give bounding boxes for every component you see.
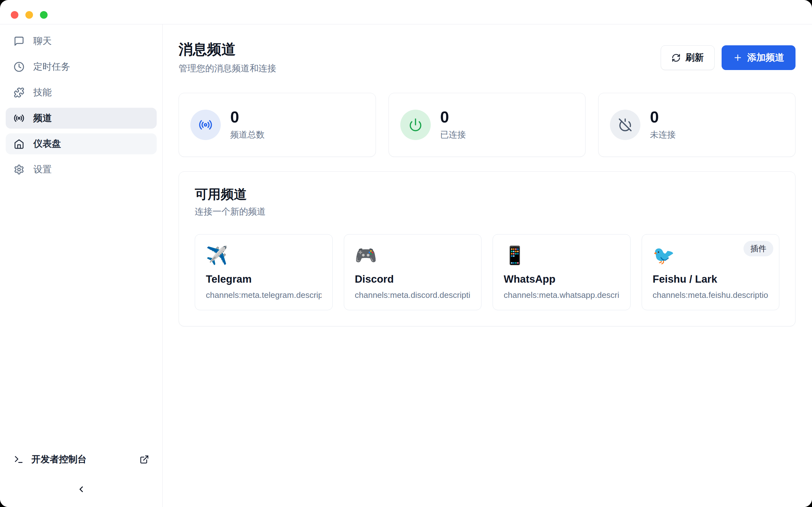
app-window: 聊天 定时任务 技能 频道: [0, 0, 812, 507]
channel-card-telegram[interactable]: ✈️ Telegram channels:meta.telegram.descr…: [195, 234, 333, 310]
channel-description: channels:meta.telegram.descript: [206, 290, 322, 300]
channel-card-feishu[interactable]: 插件 🐦 Feishu / Lark channels:meta.feishu.…: [642, 234, 780, 310]
sidebar-item-label: 设置: [33, 163, 52, 176]
channel-grid: ✈️ Telegram channels:meta.telegram.descr…: [195, 234, 779, 310]
sidebar-item-label: 技能: [33, 86, 52, 99]
power-off-icon: [610, 110, 641, 140]
chat-icon: [14, 36, 24, 47]
channel-description: channels:meta.discord.descriptic: [355, 290, 471, 300]
terminal-icon: [14, 454, 24, 464]
close-window-button[interactable]: [11, 11, 18, 19]
section-subtitle: 连接一个新的频道: [195, 206, 779, 218]
stat-label: 频道总数: [230, 129, 264, 140]
stat-card-total-channels: 0 频道总数: [179, 93, 376, 157]
section-title: 可用频道: [195, 187, 779, 202]
traffic-lights: [11, 11, 48, 19]
sidebar-item-label: 定时任务: [33, 60, 70, 73]
available-channels-section: 可用频道 连接一个新的频道 ✈️ Telegram channels:meta.…: [179, 171, 796, 326]
minimize-window-button[interactable]: [26, 11, 33, 19]
channel-name: Feishu / Lark: [653, 273, 768, 285]
sidebar-item-settings[interactable]: 设置: [6, 159, 157, 180]
discord-emoji-icon: 🎮: [355, 245, 471, 266]
whatsapp-emoji-icon: 📱: [504, 245, 619, 266]
refresh-button-label: 刷新: [686, 51, 704, 64]
sidebar-item-scheduled-tasks[interactable]: 定时任务: [6, 56, 157, 77]
channel-name: WhatsApp: [504, 273, 619, 285]
stat-card-disconnected: 0 未连接: [598, 93, 796, 157]
sidebar-item-chat[interactable]: 聊天: [6, 31, 157, 52]
add-channel-button-label: 添加频道: [747, 51, 784, 64]
stat-label: 未连接: [650, 129, 676, 140]
sidebar-item-dashboard[interactable]: 仪表盘: [6, 133, 157, 154]
stat-value: 0: [440, 109, 466, 125]
channel-name: Telegram: [206, 273, 322, 285]
main-content: 消息频道 管理您的消息频道和连接 刷新 添加频道: [163, 24, 812, 507]
channel-name: Discord: [355, 273, 471, 285]
sidebar-item-channels[interactable]: 频道: [6, 108, 157, 129]
zoom-window-button[interactable]: [40, 11, 48, 19]
stat-label: 已连接: [440, 129, 466, 140]
sidebar-item-label: 频道: [33, 112, 52, 124]
stats-row: 0 频道总数 0 已连接: [179, 93, 796, 157]
page-header: 消息频道 管理您的消息频道和连接 刷新 添加频道: [179, 42, 796, 74]
add-channel-button[interactable]: 添加频道: [722, 45, 796, 70]
puzzle-icon: [14, 87, 24, 98]
titlebar: [0, 0, 812, 24]
plus-icon: [733, 53, 743, 62]
header-actions: 刷新 添加频道: [661, 45, 796, 70]
sidebar-item-label: 聊天: [33, 35, 52, 48]
sidebar-collapse-button[interactable]: [72, 481, 90, 498]
chevron-left-icon: [77, 485, 86, 494]
power-icon: [400, 110, 431, 140]
channel-description: channels:meta.whatsapp.descrip: [504, 290, 619, 300]
sidebar-item-label: 仪表盘: [33, 137, 61, 150]
stat-value: 0: [230, 109, 264, 125]
refresh-icon: [671, 53, 681, 62]
gear-icon: [14, 164, 24, 175]
sidebar-item-skills[interactable]: 技能: [6, 82, 157, 103]
stat-value: 0: [650, 109, 676, 125]
page-title: 消息频道: [179, 42, 276, 57]
home-icon: [14, 138, 24, 149]
stat-card-connected: 0 已连接: [389, 93, 586, 157]
developer-console-link[interactable]: 开发者控制台: [6, 452, 157, 467]
channel-card-discord[interactable]: 🎮 Discord channels:meta.discord.descript…: [344, 234, 482, 310]
telegram-emoji-icon: ✈️: [206, 245, 322, 266]
radio-icon: [190, 110, 221, 140]
refresh-button[interactable]: 刷新: [661, 45, 715, 70]
sidebar: 聊天 定时任务 技能 频道: [0, 24, 163, 507]
page-subtitle: 管理您的消息频道和连接: [179, 62, 276, 74]
plugin-badge: 插件: [744, 241, 773, 257]
radio-icon: [14, 113, 24, 124]
developer-console-label: 开发者控制台: [32, 453, 87, 466]
clock-icon: [14, 61, 24, 72]
channel-card-whatsapp[interactable]: 📱 WhatsApp channels:meta.whatsapp.descri…: [493, 234, 630, 310]
channel-description: channels:meta.feishu.description: [653, 290, 768, 300]
external-link-icon: [140, 455, 149, 464]
